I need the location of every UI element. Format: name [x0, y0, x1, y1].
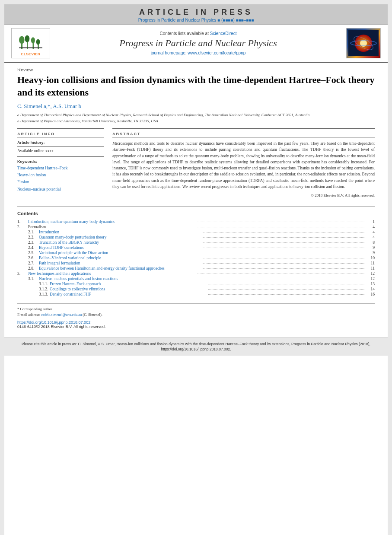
email-note: E-mail address: cedric.simenel@anu.edu.a…: [17, 312, 375, 318]
history-divider: [17, 146, 104, 147]
article-info-abstract: ARTICLE INFO Article history: Available …: [17, 128, 375, 197]
affiliation-b: b Department of Physics and Astronomy, V…: [17, 118, 375, 124]
toc-item-2-4: 2.4. Beyond TDHF correlations 9: [17, 245, 375, 250]
copyright: © 2018 Elsevier B.V. All rights reserved…: [112, 193, 375, 197]
aip-subtitle: Progress in Particle and Nuclear Physics…: [4, 18, 388, 22]
abstract-text: Microscopic methods and tools to describ…: [112, 140, 375, 190]
toc-item-3-1-1: 3.1.1. Frozen Hartree–Fock approach 13: [17, 282, 375, 286]
affiliations: a Department of Theoretical Physics and …: [17, 112, 375, 124]
toc-item-2-2: 2.2. Quantum many-body perturbation theo…: [17, 235, 375, 239]
article-info-column: ARTICLE INFO Article history: Available …: [17, 128, 104, 197]
aip-title: ARTICLE IN PRESS: [4, 8, 388, 17]
toc-item-2-6: 2.6. Balian–Vénéroni variational princip…: [17, 256, 375, 260]
elsevier-brand: ELSEVIER: [21, 52, 41, 56]
authors: C. Simenel a,*, A.S. Umar b: [17, 103, 375, 110]
toc-item-3-1-2: 3.1.2. Couplings to collective vibration…: [17, 287, 375, 291]
article-body: Review Heavy-ion collisions and fission …: [4, 63, 388, 333]
aip-banner: ARTICLE IN PRESS Progress in Particle an…: [4, 4, 388, 25]
affiliation-a: a Department of Theoretical Physics and …: [17, 112, 375, 118]
keyword-2: Heavy-ion fusion: [17, 172, 104, 178]
svg-point-7: [36, 39, 40, 45]
keywords-list: Time-dependent Hartree–Fock Heavy-ion fu…: [17, 165, 104, 193]
sciencedirect-link: Contents lists available at ScienceDirec…: [54, 31, 342, 36]
elsevier-logo: ELSEVIER: [11, 28, 50, 58]
toc-item-3: 3. New techniques and their applications…: [17, 271, 375, 276]
citation-note: Please cite this article in press as: C.…: [11, 341, 381, 353]
svg-rect-8: [19, 48, 42, 48]
keywords-label: Keywords:: [17, 159, 104, 164]
svg-point-5: [31, 37, 35, 43]
bottom-bar: Please cite this article in press as: C.…: [4, 338, 388, 356]
table-of-contents: Contents 1. Introduction; nuclear quantu…: [17, 206, 375, 296]
journal-cover-image: [346, 28, 381, 58]
toc-item-2-1: 2.1. Introduction 4: [17, 230, 375, 234]
toc-item-2-3: 2.3. Truncation of the BBGKY hierarchy 8: [17, 240, 375, 245]
toc-item-2-7: 2.7. Path integral formulation 11: [17, 261, 375, 265]
journal-title: Progress in Particle and Nuclear Physics: [54, 38, 342, 49]
toc-item-3-1-3: 3.1.3. Density constrained FHF 16: [17, 292, 375, 296]
abstract-header: ABSTRACT: [112, 132, 375, 138]
article-title: Heavy-ion collisions and fission dynamic…: [17, 74, 375, 99]
toc-item-2-5: 2.5. Variational principle with the Dira…: [17, 251, 375, 255]
toc-item-2-8: 2.8. Equivalence between Hamiltonian and…: [17, 266, 375, 271]
review-label: Review: [17, 67, 375, 72]
journal-header: ELSEVIER Contents lists available at Sci…: [4, 25, 388, 63]
svg-point-3: [25, 35, 30, 42]
doi-section: https://doi.org/10.1016/j.ppnp.2018.07.0…: [17, 320, 375, 329]
journal-center: Contents lists available at ScienceDirec…: [54, 31, 342, 55]
history-label: Article history:: [17, 140, 104, 145]
svg-point-1: [19, 36, 25, 44]
corresponding-author-note: * Corresponding author.: [17, 306, 375, 312]
article-info-header: ARTICLE INFO: [17, 132, 104, 138]
issn-rights: 0146-6410/© 2018 Elsevier B.V. All right…: [17, 325, 375, 329]
toc-item-2: 2. Formalism 4: [17, 225, 375, 229]
history-value: Available online xxxx: [17, 149, 104, 153]
toc-item-1: 1. Introduction; nuclear quantum many-bo…: [17, 220, 375, 224]
keyword-3: Fission: [17, 178, 104, 185]
homepage-link: journal homepage: www.elsevier.com/locat…: [54, 51, 342, 55]
email-link[interactable]: cedric.simenel@anu.edu.au: [41, 312, 82, 317]
contents-title: Contents: [17, 211, 375, 216]
keywords-divider: [17, 156, 104, 157]
abstract-column: ABSTRACT Microscopic methods and tools t…: [112, 128, 375, 197]
doi-link[interactable]: https://doi.org/10.1016/j.ppnp.2018.07.0…: [17, 320, 375, 325]
footnote-section: * Corresponding author. E-mail address: …: [17, 303, 375, 318]
keyword-4: Nucleus–nucleus potential: [17, 186, 104, 193]
toc-item-3-1: 3.1. Nucleus–nucleus potentials and fusi…: [17, 277, 375, 281]
keyword-1: Time-dependent Hartree–Fock: [17, 165, 104, 172]
